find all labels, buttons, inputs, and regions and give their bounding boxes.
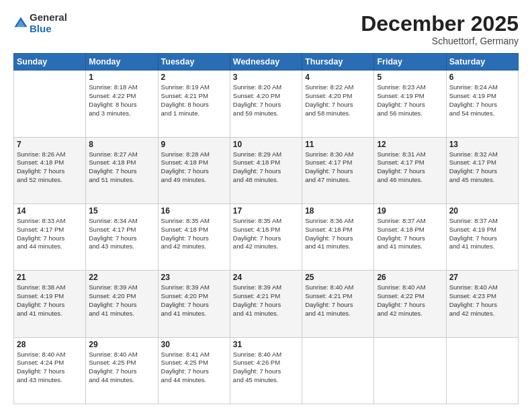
calendar-cell: 16Sunrise: 8:35 AM Sunset: 4:18 PM Dayli… [158, 203, 230, 270]
day-info: Sunrise: 8:22 AM Sunset: 4:20 PM Dayligh… [305, 83, 371, 118]
calendar-cell: 27Sunrise: 8:40 AM Sunset: 4:23 PM Dayli… [446, 271, 518, 337]
col-thursday: Thursday [302, 54, 374, 71]
day-number: 16 [161, 206, 227, 216]
logo-general-text: General [30, 11, 67, 23]
calendar-cell: 3Sunrise: 8:20 AM Sunset: 4:20 PM Daylig… [230, 71, 302, 137]
day-info: Sunrise: 8:40 AM Sunset: 4:22 PM Dayligh… [377, 283, 443, 318]
day-info: Sunrise: 8:35 AM Sunset: 4:18 PM Dayligh… [233, 217, 299, 251]
day-info: Sunrise: 8:39 AM Sunset: 4:20 PM Dayligh… [161, 283, 227, 318]
logo: General Blue [13, 12, 67, 34]
day-info: Sunrise: 8:40 AM Sunset: 4:25 PM Dayligh… [89, 351, 154, 385]
calendar-cell: 1Sunrise: 8:18 AM Sunset: 4:22 PM Daylig… [86, 71, 158, 137]
calendar-cell: 29Sunrise: 8:40 AM Sunset: 4:25 PM Dayli… [86, 337, 158, 404]
day-info: Sunrise: 8:36 AM Sunset: 4:18 PM Dayligh… [305, 217, 371, 251]
calendar-cell: 8Sunrise: 8:27 AM Sunset: 4:18 PM Daylig… [86, 137, 158, 203]
calendar-week-4: 21Sunrise: 8:38 AM Sunset: 4:19 PM Dayli… [14, 271, 519, 337]
calendar-cell: 10Sunrise: 8:29 AM Sunset: 4:18 PM Dayli… [230, 137, 302, 203]
day-info: Sunrise: 8:35 AM Sunset: 4:18 PM Dayligh… [161, 217, 227, 251]
calendar-header-row: Sunday Monday Tuesday Wednesday Thursday… [14, 54, 519, 71]
day-number: 21 [17, 273, 83, 282]
calendar-cell [446, 337, 518, 404]
day-number: 2 [161, 73, 227, 82]
calendar-cell [374, 337, 446, 404]
day-number: 15 [89, 206, 154, 216]
day-info: Sunrise: 8:40 AM Sunset: 4:21 PM Dayligh… [305, 283, 371, 318]
day-info: Sunrise: 8:41 AM Sunset: 4:25 PM Dayligh… [161, 351, 227, 385]
day-number: 19 [377, 206, 443, 216]
day-info: Sunrise: 8:38 AM Sunset: 4:19 PM Dayligh… [17, 283, 83, 318]
day-info: Sunrise: 8:26 AM Sunset: 4:18 PM Dayligh… [17, 150, 83, 185]
day-number: 14 [17, 206, 83, 216]
day-number: 13 [449, 140, 515, 149]
day-info: Sunrise: 8:34 AM Sunset: 4:17 PM Dayligh… [89, 217, 154, 251]
day-number: 8 [89, 140, 154, 149]
day-number: 7 [17, 140, 83, 149]
col-sunday: Sunday [14, 54, 86, 71]
calendar-cell: 5Sunrise: 8:23 AM Sunset: 4:19 PM Daylig… [374, 71, 446, 137]
day-info: Sunrise: 8:24 AM Sunset: 4:19 PM Dayligh… [449, 83, 515, 118]
calendar-cell: 6Sunrise: 8:24 AM Sunset: 4:19 PM Daylig… [446, 71, 518, 137]
day-number: 24 [233, 273, 299, 282]
col-monday: Monday [86, 54, 158, 71]
day-info: Sunrise: 8:30 AM Sunset: 4:17 PM Dayligh… [305, 150, 371, 185]
day-info: Sunrise: 8:27 AM Sunset: 4:18 PM Dayligh… [89, 150, 154, 185]
col-wednesday: Wednesday [230, 54, 302, 71]
calendar-cell: 4Sunrise: 8:22 AM Sunset: 4:20 PM Daylig… [302, 71, 374, 137]
day-number: 3 [233, 73, 299, 82]
logo-icon [13, 16, 28, 31]
day-number: 20 [449, 206, 515, 216]
day-info: Sunrise: 8:39 AM Sunset: 4:20 PM Dayligh… [89, 283, 154, 318]
day-info: Sunrise: 8:33 AM Sunset: 4:17 PM Dayligh… [17, 217, 83, 251]
col-saturday: Saturday [446, 54, 518, 71]
day-info: Sunrise: 8:18 AM Sunset: 4:22 PM Dayligh… [89, 83, 154, 118]
day-number: 27 [449, 273, 515, 282]
logo-text: General Blue [30, 12, 67, 34]
day-info: Sunrise: 8:37 AM Sunset: 4:18 PM Dayligh… [377, 217, 443, 251]
calendar-cell [302, 337, 374, 404]
calendar-cell: 31Sunrise: 8:40 AM Sunset: 4:26 PM Dayli… [230, 337, 302, 404]
page: General Blue December 2025 Schuettorf, G… [0, 0, 532, 411]
day-info: Sunrise: 8:31 AM Sunset: 4:17 PM Dayligh… [377, 150, 443, 185]
day-number: 25 [305, 273, 371, 282]
day-number: 31 [233, 340, 299, 349]
day-number: 4 [305, 73, 371, 82]
day-info: Sunrise: 8:32 AM Sunset: 4:17 PM Dayligh… [449, 150, 515, 185]
calendar-cell: 30Sunrise: 8:41 AM Sunset: 4:25 PM Dayli… [158, 337, 230, 404]
calendar-table: Sunday Monday Tuesday Wednesday Thursday… [13, 53, 519, 404]
calendar-cell: 22Sunrise: 8:39 AM Sunset: 4:20 PM Dayli… [86, 271, 158, 337]
day-number: 9 [161, 140, 227, 149]
day-number: 5 [377, 73, 443, 82]
day-number: 12 [377, 140, 443, 149]
day-number: 26 [377, 273, 443, 282]
day-number: 10 [233, 140, 299, 149]
calendar-cell: 21Sunrise: 8:38 AM Sunset: 4:19 PM Dayli… [14, 271, 86, 337]
header: General Blue December 2025 Schuettorf, G… [13, 12, 519, 46]
day-info: Sunrise: 8:19 AM Sunset: 4:21 PM Dayligh… [161, 83, 227, 118]
col-friday: Friday [374, 54, 446, 71]
calendar-cell: 28Sunrise: 8:40 AM Sunset: 4:24 PM Dayli… [14, 337, 86, 404]
day-number: 28 [17, 340, 83, 349]
calendar-cell: 25Sunrise: 8:40 AM Sunset: 4:21 PM Dayli… [302, 271, 374, 337]
day-number: 29 [89, 340, 154, 349]
calendar-cell: 13Sunrise: 8:32 AM Sunset: 4:17 PM Dayli… [446, 137, 518, 203]
col-tuesday: Tuesday [158, 54, 230, 71]
location-subtitle: Schuettorf, Germany [361, 36, 519, 46]
day-info: Sunrise: 8:23 AM Sunset: 4:19 PM Dayligh… [377, 83, 443, 118]
day-number: 17 [233, 206, 299, 216]
calendar-cell: 14Sunrise: 8:33 AM Sunset: 4:17 PM Dayli… [14, 203, 86, 270]
calendar-cell: 2Sunrise: 8:19 AM Sunset: 4:21 PM Daylig… [158, 71, 230, 137]
day-number: 22 [89, 273, 154, 282]
calendar-cell [14, 71, 86, 137]
calendar-cell: 19Sunrise: 8:37 AM Sunset: 4:18 PM Dayli… [374, 203, 446, 270]
calendar-cell: 11Sunrise: 8:30 AM Sunset: 4:17 PM Dayli… [302, 137, 374, 203]
calendar-week-2: 7Sunrise: 8:26 AM Sunset: 4:18 PM Daylig… [14, 137, 519, 203]
day-info: Sunrise: 8:37 AM Sunset: 4:19 PM Dayligh… [449, 217, 515, 251]
day-info: Sunrise: 8:39 AM Sunset: 4:21 PM Dayligh… [233, 283, 299, 318]
calendar-week-1: 1Sunrise: 8:18 AM Sunset: 4:22 PM Daylig… [14, 71, 519, 137]
calendar-cell: 20Sunrise: 8:37 AM Sunset: 4:19 PM Dayli… [446, 203, 518, 270]
day-number: 23 [161, 273, 227, 282]
day-info: Sunrise: 8:40 AM Sunset: 4:26 PM Dayligh… [233, 351, 299, 385]
calendar-week-3: 14Sunrise: 8:33 AM Sunset: 4:17 PM Dayli… [14, 203, 519, 270]
day-number: 30 [161, 340, 227, 349]
calendar-cell: 18Sunrise: 8:36 AM Sunset: 4:18 PM Dayli… [302, 203, 374, 270]
